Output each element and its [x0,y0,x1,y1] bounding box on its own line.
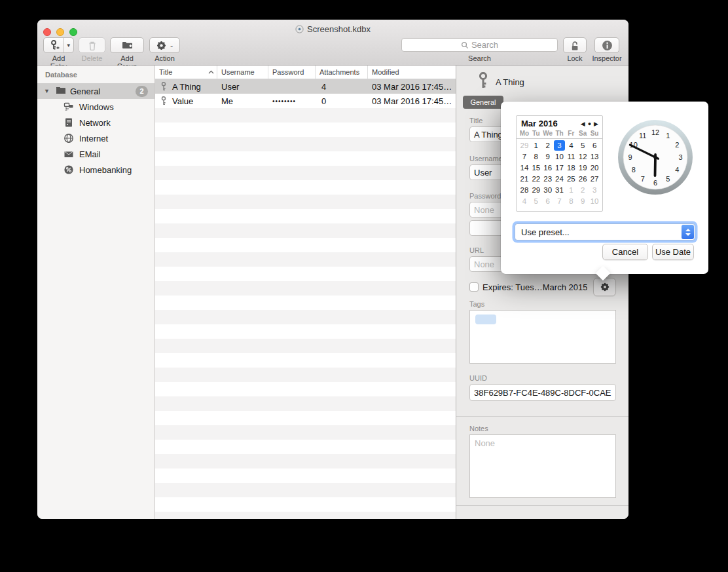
sidebar-item-general[interactable]: ▼ General 2 [37,83,155,99]
calendar-day[interactable]: 21 [519,174,530,184]
calendar-day[interactable]: 8 [565,196,577,206]
calendar-next-button[interactable]: ▶ [594,121,598,127]
calendar-day[interactable]: 2 [577,185,589,195]
calendar-day[interactable]: 9 [542,151,554,162]
calendar-day[interactable]: 4 [565,140,577,151]
calendar-prev-button[interactable]: ◀ [581,121,585,127]
key-icon [477,72,489,89]
table-header: Title Username Password Attachments Modi… [155,66,456,79]
calendar-day[interactable]: 29 [519,140,530,151]
calendar-day[interactable]: 28 [519,185,530,195]
sidebar-item-email[interactable]: EMail [37,146,155,162]
tab-general[interactable]: General [463,96,503,109]
column-header-password[interactable]: Password [268,66,316,79]
table-row[interactable]: A Thing User 4 03 Mar 2016 17:45… [155,79,456,94]
column-header-attachments[interactable]: Attachments [316,66,368,79]
key-plus-icon [44,39,63,51]
calendar-day[interactable]: 17 [554,162,566,173]
calendar-day[interactable]: 25 [565,174,577,184]
calendar-day[interactable]: 1 [530,140,542,151]
calendar-day[interactable]: 2 [542,140,554,151]
add-entry-button[interactable]: ▼ [43,37,74,53]
calendar-weekday: Su [589,130,600,137]
calendar-day[interactable]: 26 [577,174,589,184]
desktop: Screenshot.kdbx ▼ Add Entry [0,0,728,572]
action-button[interactable]: ⌄ [149,37,180,53]
expires-checkbox[interactable] [469,282,479,292]
calendar-day[interactable]: 30 [542,185,554,195]
calendar-today-button[interactable]: ● [588,121,591,127]
calendar-day[interactable]: 5 [530,196,542,206]
calendar-day[interactable]: 16 [542,162,554,173]
column-header-title[interactable]: Title [155,66,217,79]
sidebar-item-homebanking[interactable]: Homebanking [37,162,155,178]
tag-token[interactable] [475,315,496,324]
sidebar-item-label: EMail [79,149,101,159]
column-header-username[interactable]: Username [217,66,268,79]
calendar-day[interactable]: 7 [554,196,566,206]
disclosure-triangle-icon[interactable]: ▼ [44,88,50,94]
calendar-day[interactable]: 13 [589,151,600,162]
calendar-day[interactable]: 29 [530,185,542,195]
notes-field[interactable]: None [469,434,616,498]
table-row[interactable]: Value Me •••••••• 0 03 Mar 2016 17:45… [155,94,456,108]
calendar-weekday: Fr [565,130,577,137]
calendar-day[interactable]: 18 [565,162,577,173]
sidebar-item-label: Internet [79,134,108,143]
cancel-button[interactable]: Cancel [602,244,648,260]
calendar-day[interactable]: 31 [554,185,566,195]
calendar-day[interactable]: 6 [589,140,600,151]
delete-button[interactable] [79,37,105,53]
sidebar-item-windows[interactable]: Windows [37,99,155,115]
calendar-day[interactable]: 1 [565,185,577,195]
calendar-day[interactable]: 14 [519,162,530,173]
calendar: Mar 2016 ◀ ● ▶ MoTuWeThFrSaSu 2912345678… [516,115,603,212]
inspector-button[interactable] [594,37,619,53]
clock-numeral: 4 [675,166,679,174]
clock-numeral: 6 [653,179,657,187]
calendar-day[interactable]: 11 [565,151,577,162]
lock-button[interactable] [563,37,587,53]
calendar-day[interactable]: 10 [554,151,566,162]
search-input[interactable]: Search [401,38,558,52]
calendar-day[interactable]: 4 [519,196,530,206]
globe-icon [64,133,74,143]
uuid-field[interactable]: 38F629B7-FC4E-489C-8DCF-0CAE [469,384,616,401]
calendar-day[interactable]: 23 [542,174,554,184]
calendar-day[interactable]: 9 [577,196,589,206]
date-picker-popover: Mar 2016 ◀ ● ▶ MoTuWeThFrSaSu 2912345678… [501,102,708,274]
sidebar-item-internet[interactable]: Internet [37,130,155,146]
sidebar-item-network[interactable]: Network [37,115,155,130]
divider [456,505,628,506]
calendar-day[interactable]: 6 [542,196,554,206]
calendar-day[interactable]: 19 [577,162,589,173]
calendar-day[interactable]: 15 [530,162,542,173]
calendar-day[interactable]: 5 [577,140,589,151]
calendar-day[interactable]: 20 [589,162,600,173]
calendar-day[interactable]: 22 [530,174,542,184]
use-date-button[interactable]: Use Date [652,244,694,260]
calendar-day[interactable]: 7 [519,151,530,162]
calendar-day[interactable]: 27 [589,174,600,184]
uuid-field-label: UUID [469,374,628,382]
search-label: Search [401,54,558,62]
calendar-month-label: Mar 2016 [521,119,578,128]
gear-icon [600,282,610,292]
calendar-weekday-row: MoTuWeThFrSaSu [517,129,602,139]
calendar-day[interactable]: 10 [589,196,600,206]
expires-label: Expires: Tues…March 2015 [482,282,587,292]
calendar-day[interactable]: 8 [530,151,542,162]
calendar-day-selected[interactable]: 3 [554,140,566,151]
calendar-day[interactable]: 12 [577,151,589,162]
preset-select[interactable]: Use preset... [515,223,695,240]
table-body: A Thing User 4 03 Mar 2016 17:45… [155,79,456,519]
column-header-modified[interactable]: Modified [368,66,456,79]
add-group-button[interactable] [110,37,144,53]
calendar-day[interactable]: 3 [589,185,600,195]
clock-numeral: 9 [628,153,632,161]
analog-clock[interactable]: 123456789101112 [616,118,695,197]
calendar-weekday: Mo [519,130,530,137]
expires-date-button[interactable] [593,278,616,296]
tags-field[interactable] [469,310,616,364]
calendar-day[interactable]: 24 [554,174,566,184]
